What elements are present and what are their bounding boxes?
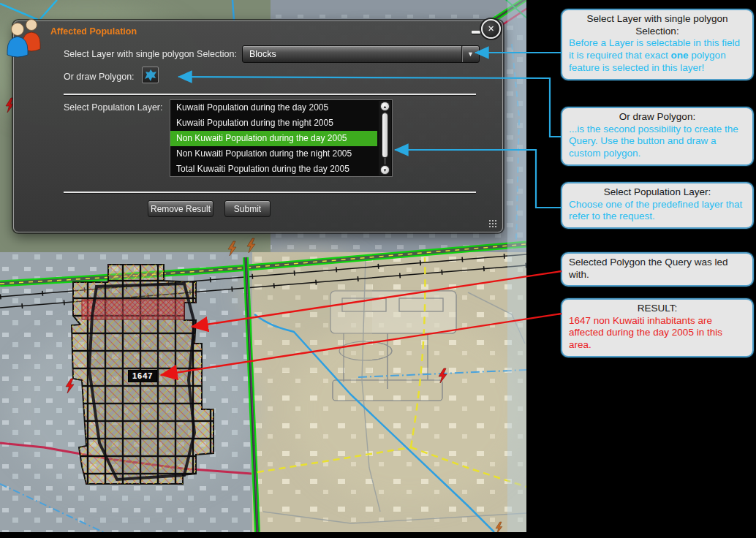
population-layer-option[interactable]: Total Kuwaiti Population during the day … (170, 162, 377, 177)
draw-polygon-label: Or draw Polygon: (64, 72, 135, 82)
screenshot-root: 1647 Affected Population ✕ Select Layer … (0, 0, 756, 538)
callout-layer-select: Select Layer with single polygon Selecti… (561, 9, 754, 80)
dialog-title: Affected Population (50, 26, 137, 37)
separator (64, 94, 476, 95)
population-layer-label: Select Population Layer: (64, 102, 163, 113)
scroll-up-icon[interactable]: ▲ (380, 102, 390, 111)
population-layer-option[interactable]: Non Kuwaiti Population during the night … (170, 146, 377, 162)
callout-selected-polygon: Selected Polygon the Query was led with. (561, 252, 754, 287)
affected-population-icon (3, 15, 48, 58)
callout-body: Choose one of the predefined layer that … (569, 199, 742, 222)
callout-title: RESULT: (569, 303, 746, 315)
scroll-down-icon[interactable]: ▼ (380, 165, 390, 175)
callout-body: 1647 non Kuwaiti inhabitants are affecte… (569, 315, 722, 350)
callout-body: ...is the second possibility to create t… (569, 124, 738, 159)
callout-population-layer: Select Population Layer: Choose one of t… (561, 182, 754, 229)
population-layer-option[interactable]: Kuwaiti Population during the night 2005 (170, 115, 377, 131)
population-layer-option[interactable]: Kuwaiti Population during the day 2005 (170, 100, 377, 115)
submit-button[interactable]: Submit (224, 200, 271, 217)
layer-select-dropdown[interactable]: Blocks ▼ (242, 45, 480, 63)
scrollbar-thumb[interactable] (382, 113, 388, 158)
remove-result-button[interactable]: Remove Result (148, 200, 213, 217)
callout-body-bold: one (671, 50, 689, 61)
callout-result: RESULT: 1647 non Kuwaiti inhabitants are… (561, 298, 754, 357)
population-layer-option[interactable]: Non Kuwaiti Population during the day 20… (170, 131, 377, 146)
map-result-count-label: 1647 (128, 370, 157, 382)
chevron-down-icon[interactable]: ▼ (461, 46, 479, 62)
minimize-icon[interactable] (472, 31, 480, 34)
callout-title: Select Layer with single polygon Selecti… (569, 13, 746, 37)
layer-select-value: Blocks (249, 49, 276, 59)
callout-draw-polygon: Or draw Polygon: ...is the second possib… (561, 107, 754, 166)
resize-grip[interactable] (488, 219, 497, 228)
callout-title: Or draw Polygon: (569, 111, 746, 124)
listbox-scrollbar[interactable]: ▲ ▼ (379, 101, 391, 175)
callout-title: Select Population Layer: (569, 186, 746, 199)
draw-polygon-button[interactable] (142, 67, 159, 83)
polygon-icon (145, 69, 156, 81)
separator (64, 192, 476, 193)
close-icon[interactable]: ✕ (481, 19, 501, 39)
callout-body: Selected Polygon the Query was led with. (569, 257, 728, 280)
bottom-border (0, 532, 756, 538)
layer-select-label: Select Layer with single polygon Selecti… (64, 49, 237, 59)
annotation-column: Select Layer with single polygon Selecti… (526, 0, 756, 538)
affected-population-dialog: Affected Population ✕ Select Layer with … (13, 20, 503, 232)
population-layer-listbox[interactable]: Kuwaiti Population during the day 2005 K… (170, 99, 393, 177)
